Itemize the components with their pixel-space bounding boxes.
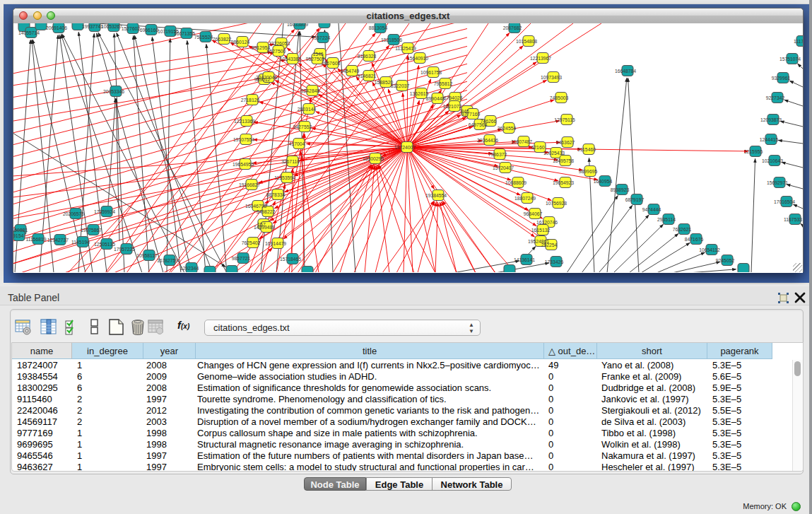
svg-text:7357224: 7357224 [312, 35, 331, 40]
svg-text:1621072: 1621072 [443, 104, 462, 109]
svg-text:9329961: 9329961 [772, 76, 791, 81]
svg-text:11156819: 11156819 [25, 237, 46, 242]
svg-text:16033809: 16033809 [287, 23, 308, 27]
svg-text:20364436: 20364436 [477, 138, 498, 143]
svg-text:1733426: 1733426 [545, 259, 564, 264]
svg-text:11353594: 11353594 [274, 175, 295, 180]
svg-text:2718126: 2718126 [241, 98, 260, 103]
svg-text:17016504: 17016504 [774, 199, 795, 204]
svg-text:19384554: 19384554 [425, 193, 447, 198]
svg-text:15692971: 15692971 [767, 180, 788, 185]
svg-text:1615132: 1615132 [531, 228, 551, 233]
svg-text:1292344: 1292344 [180, 266, 199, 271]
svg-text:10961758: 10961758 [420, 70, 442, 75]
svg-text:9777169: 9777169 [461, 112, 481, 117]
svg-text:18300295: 18300295 [363, 156, 384, 161]
svg-text:12975115: 12975115 [554, 117, 575, 122]
svg-text:12213967: 12213967 [530, 56, 551, 61]
svg-text:7515524: 7515524 [194, 35, 213, 40]
svg-text:22420046: 22420046 [256, 75, 277, 80]
svg-text:417004: 417004 [289, 141, 305, 146]
svg-text:20053346: 20053346 [103, 89, 124, 94]
svg-text:9899695: 9899695 [579, 169, 598, 174]
svg-text:2803144: 2803144 [298, 107, 317, 112]
svg-text:8454749: 8454749 [341, 69, 360, 74]
svg-text:19218506: 19218506 [381, 37, 402, 42]
svg-text:19166827: 19166827 [239, 182, 260, 187]
svg-text:10025433: 10025433 [543, 151, 565, 156]
svg-text:16782759: 16782759 [157, 258, 178, 263]
svg-text:8813054: 8813054 [369, 25, 388, 30]
svg-text:10756928: 10756928 [546, 201, 567, 206]
svg-text:746266: 746266 [481, 119, 497, 124]
svg-text:8471676: 8471676 [685, 237, 704, 242]
svg-text:7986372: 7986372 [488, 152, 507, 157]
svg-text:17359924: 17359924 [94, 209, 115, 214]
svg-text:15751074: 15751074 [779, 57, 801, 62]
svg-text:9463627: 9463627 [556, 140, 575, 145]
svg-text:15718465: 15718465 [280, 257, 301, 262]
svg-text:10654112: 10654112 [699, 247, 720, 252]
svg-text:9115460: 9115460 [577, 147, 596, 152]
svg-text:10807487: 10807487 [511, 139, 532, 144]
svg-text:16671355: 16671355 [174, 31, 195, 36]
svg-text:8990448: 8990448 [426, 96, 445, 101]
svg-text:17957225: 17957225 [114, 247, 135, 252]
svg-text:39154: 39154 [13, 233, 24, 238]
svg-text:19654955: 19654955 [233, 162, 254, 167]
svg-text:6794028: 6794028 [444, 95, 463, 100]
svg-text:19654923: 19654923 [553, 180, 574, 185]
svg-text:12213369: 12213369 [234, 119, 255, 124]
svg-text:15720407: 15720407 [493, 165, 514, 170]
svg-text:7955812: 7955812 [434, 81, 453, 86]
svg-text:7625402: 7625402 [242, 240, 261, 245]
svg-text:9857721: 9857721 [232, 256, 251, 261]
svg-text:9245052: 9245052 [716, 258, 735, 263]
svg-text:2087682: 2087682 [503, 25, 522, 30]
svg-text:20691406: 20691406 [46, 25, 67, 30]
svg-text:14055714: 14055714 [18, 30, 40, 35]
svg-text:7632621: 7632621 [673, 227, 692, 232]
svg-text:10543382: 10543382 [280, 57, 301, 62]
svg-text:1167533: 1167533 [784, 217, 802, 222]
svg-text:9474444: 9474444 [642, 207, 661, 212]
svg-text:23226053: 23226053 [269, 41, 290, 46]
svg-text:16914479: 16914479 [265, 241, 286, 246]
svg-text:16648784: 16648784 [615, 69, 636, 74]
svg-text:3215955: 3215955 [744, 149, 763, 154]
svg-text:19107554: 19107554 [233, 137, 254, 142]
svg-text:10973493: 10973493 [541, 75, 562, 80]
svg-text:10210643: 10210643 [762, 158, 783, 163]
svg-text:12093873: 12093873 [760, 117, 782, 122]
svg-text:16046798: 16046798 [245, 204, 266, 209]
svg-text:2867608: 2867608 [322, 61, 341, 66]
svg-text:10154808: 10154808 [516, 39, 537, 44]
svg-text:3498222: 3498222 [257, 209, 276, 214]
svg-text:10688609: 10688609 [505, 180, 526, 185]
svg-text:11325419: 11325419 [395, 46, 416, 51]
svg-text:3624554: 3624554 [498, 126, 517, 131]
svg-text:18807249: 18807249 [514, 196, 536, 201]
svg-text:12505135: 12505135 [94, 242, 115, 247]
svg-text:2935114: 2935114 [657, 217, 676, 222]
svg-text:252254: 252254 [541, 243, 558, 247]
svg-text:62160: 62160 [531, 145, 545, 150]
svg-text:9527500: 9527500 [267, 49, 286, 54]
svg-text:18495758: 18495758 [553, 158, 574, 163]
svg-text:1640954: 1640954 [594, 179, 613, 184]
svg-text:8938923: 8938923 [611, 187, 630, 192]
svg-text:3267110: 3267110 [281, 159, 300, 164]
svg-text:1546: 1546 [312, 52, 323, 57]
svg-text:15640910: 15640910 [407, 56, 428, 61]
svg-text:6879197: 6879197 [625, 197, 645, 202]
svg-text:7663822: 7663822 [213, 37, 232, 42]
svg-text:1244415: 1244415 [760, 137, 779, 142]
svg-text:11175: 11175 [794, 39, 803, 44]
svg-text:4450881: 4450881 [13, 228, 28, 233]
svg-text:19975867: 19975867 [81, 228, 102, 233]
svg-text:14136141: 14136141 [514, 257, 535, 262]
svg-text:18724007: 18724007 [394, 145, 416, 150]
svg-text:16120746: 16120746 [536, 220, 558, 225]
svg-text:10958117: 10958117 [136, 253, 158, 258]
svg-text:8427552: 8427552 [293, 124, 312, 129]
